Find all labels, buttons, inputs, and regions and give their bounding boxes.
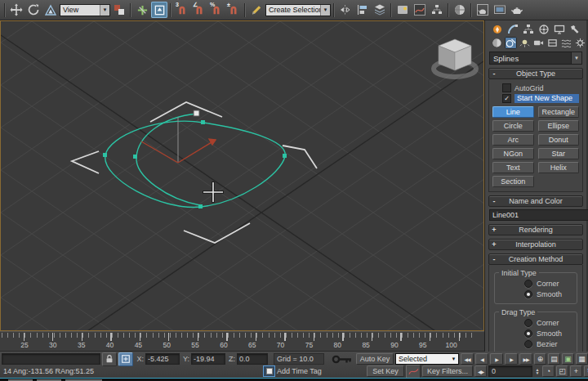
x-coordinate-field[interactable]: -5.425 bbox=[145, 353, 180, 365]
go-to-start-button[interactable]: ◀◀ bbox=[461, 353, 474, 365]
line-button[interactable]: Line bbox=[492, 106, 534, 118]
circle-button[interactable]: Circle bbox=[492, 120, 534, 132]
orbit-icon[interactable]: ↻ bbox=[584, 365, 588, 377]
auto-key-button[interactable]: Auto Key bbox=[356, 353, 394, 365]
category-lights-icon[interactable] bbox=[519, 37, 531, 49]
next-frame-button[interactable]: ▶ bbox=[505, 353, 518, 365]
initial-smooth-option[interactable]: Smooth bbox=[524, 290, 573, 298]
layer-manager-icon[interactable] bbox=[372, 2, 388, 18]
donut-button[interactable]: Donut bbox=[538, 134, 580, 146]
keyboard-shortcut-override-toggle[interactable] bbox=[151, 2, 167, 18]
category-cameras-icon[interactable] bbox=[532, 37, 545, 49]
drag-bezier-option[interactable]: Bezier bbox=[524, 340, 573, 348]
spline-type-dropdown[interactable]: Splines ▼ bbox=[489, 52, 582, 65]
frame-spinner[interactable]: ▲ ▼ bbox=[534, 368, 541, 374]
zoom-region-icon[interactable]: ◰ bbox=[556, 365, 568, 377]
tab-motion-icon[interactable] bbox=[537, 23, 550, 35]
viewport-canvas[interactable] bbox=[1, 21, 483, 330]
use-pivot-point-center-icon[interactable] bbox=[111, 2, 127, 18]
radio-icon[interactable] bbox=[524, 280, 532, 288]
chevron-down-icon[interactable]: ▼ bbox=[320, 5, 330, 16]
zoom-extents-all-icon[interactable]: ▦ bbox=[576, 353, 588, 365]
schematic-view-icon[interactable] bbox=[429, 2, 445, 18]
key-mode-toggle[interactable]: ◀▶ bbox=[474, 365, 487, 377]
initial-corner-option[interactable]: Corner bbox=[524, 280, 573, 288]
rollout-interpolation[interactable]: + Interpolation bbox=[488, 239, 583, 250]
rollout-rendering[interactable]: + Rendering bbox=[488, 224, 583, 235]
radio-icon[interactable] bbox=[524, 290, 532, 298]
section-button[interactable]: Section bbox=[492, 176, 534, 187]
graphite-ribbon-toggle-icon[interactable] bbox=[394, 2, 411, 18]
angle-snap-toggle-icon[interactable]: ∠ bbox=[191, 2, 207, 18]
tab-modify-icon[interactable] bbox=[506, 23, 519, 35]
start-new-shape-checkbox[interactable]: ✓ bbox=[502, 94, 511, 103]
rendered-frame-window-icon[interactable] bbox=[492, 2, 508, 18]
helix-button[interactable]: Helix bbox=[538, 162, 580, 173]
select-and-manipulate-icon[interactable] bbox=[134, 2, 150, 18]
rollout-name-and-color[interactable]: - Name and Color bbox=[488, 195, 583, 207]
active-vertex[interactable] bbox=[194, 110, 199, 116]
set-key-filters-curve-icon[interactable] bbox=[406, 365, 421, 379]
zoom-extents-icon[interactable]: ▣ bbox=[562, 353, 574, 365]
category-systems-icon[interactable] bbox=[574, 37, 586, 49]
category-helpers-icon[interactable] bbox=[546, 37, 559, 49]
chevron-down-icon[interactable]: ▼ bbox=[449, 356, 458, 361]
selection-set-time-dropdown[interactable]: Selected ▼ bbox=[395, 353, 459, 365]
align-icon[interactable] bbox=[354, 2, 371, 18]
play-button[interactable]: ▶ bbox=[490, 353, 503, 365]
previous-frame-button[interactable]: ◀ bbox=[475, 353, 488, 365]
autogrid-checkbox[interactable] bbox=[502, 83, 511, 92]
text-button[interactable]: Text bbox=[492, 162, 534, 173]
z-coordinate-field[interactable]: 0.0 bbox=[237, 353, 268, 365]
radio-icon[interactable] bbox=[524, 329, 532, 338]
object-name-field[interactable] bbox=[489, 209, 588, 221]
selection-lock-toggle[interactable] bbox=[102, 352, 117, 366]
category-space-warps-icon[interactable] bbox=[560, 37, 572, 49]
tab-utilities-icon[interactable] bbox=[568, 23, 581, 35]
key-filters-button[interactable]: Key Filters... bbox=[422, 365, 473, 377]
drag-smooth-option[interactable]: Smooth bbox=[524, 329, 573, 338]
rollout-object-type[interactable]: - Object Type bbox=[488, 68, 583, 79]
select-and-scale-icon[interactable] bbox=[42, 2, 59, 18]
track-bar[interactable]: 253035404550556065707580859095100 bbox=[0, 331, 484, 352]
tab-hierarchy-icon[interactable] bbox=[522, 23, 534, 35]
rollout-creation-method[interactable]: - Creation Method bbox=[488, 253, 583, 265]
star-button[interactable]: Star bbox=[538, 148, 580, 159]
pan-icon[interactable]: + bbox=[570, 365, 582, 377]
percent-snap-toggle-icon[interactable]: % bbox=[208, 2, 225, 18]
material-editor-icon[interactable] bbox=[452, 2, 468, 18]
snaps-toggle-3d-icon[interactable]: 3 bbox=[174, 2, 190, 18]
perspective-viewport[interactable] bbox=[0, 20, 484, 331]
set-key-button[interactable]: Set Key bbox=[367, 365, 404, 377]
add-time-tag[interactable]: Add Time Tag bbox=[277, 367, 324, 375]
rectangle-button[interactable]: Rectangle bbox=[538, 106, 580, 118]
edit-named-selection-sets-icon[interactable] bbox=[248, 2, 265, 18]
render-production-icon[interactable] bbox=[509, 2, 525, 18]
render-setup-icon[interactable] bbox=[474, 2, 491, 18]
arc-button[interactable]: Arc bbox=[492, 134, 534, 146]
time-configuration-icon[interactable]: ◔ bbox=[542, 365, 555, 377]
isolate-selection-toggle[interactable] bbox=[263, 365, 275, 377]
category-geometry-icon[interactable] bbox=[491, 37, 503, 49]
tab-display-icon[interactable] bbox=[553, 23, 565, 35]
select-and-rotate-icon[interactable] bbox=[25, 2, 42, 18]
ellipse-button[interactable]: Ellipse bbox=[538, 120, 580, 132]
y-coordinate-field[interactable]: -19.94 bbox=[191, 353, 225, 365]
set-keys-icon[interactable] bbox=[330, 354, 354, 365]
go-to-end-button[interactable]: ▶▶ bbox=[519, 353, 532, 365]
ngon-button[interactable]: NGon bbox=[492, 148, 534, 159]
chevron-down-icon[interactable]: ▼ bbox=[571, 52, 581, 64]
category-shapes-icon[interactable] bbox=[505, 37, 517, 49]
curve-editor-icon[interactable] bbox=[412, 2, 428, 18]
mirror-icon[interactable] bbox=[337, 2, 354, 18]
tab-create-icon[interactable] bbox=[491, 23, 503, 35]
reference-coordinate-system-dropdown[interactable]: View ▼ bbox=[60, 4, 110, 16]
radio-icon[interactable] bbox=[524, 340, 532, 348]
select-and-move-icon[interactable] bbox=[8, 2, 24, 18]
named-selection-set-dropdown[interactable]: Create Selection Se ▼ bbox=[265, 4, 331, 16]
zoom-all-icon[interactable]: ▤ bbox=[548, 353, 560, 365]
current-frame-field[interactable]: 0 bbox=[488, 365, 532, 377]
radio-icon[interactable] bbox=[524, 319, 532, 327]
spinner-snap-toggle-icon[interactable]: ± bbox=[225, 2, 242, 18]
zoom-icon[interactable]: ⊕ bbox=[534, 353, 546, 365]
